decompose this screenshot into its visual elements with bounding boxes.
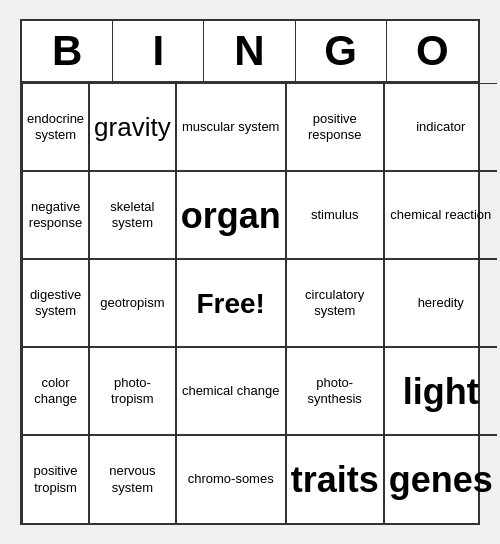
bingo-cell: indicator <box>384 83 497 171</box>
bingo-cell: endocrine system <box>22 83 89 171</box>
cell-text: muscular system <box>182 119 280 135</box>
bingo-cell: color change <box>22 347 89 435</box>
cell-text: stimulus <box>311 207 359 223</box>
bingo-card: BINGO endocrine systemgravitymuscular sy… <box>20 19 480 525</box>
header-letter: O <box>387 21 478 81</box>
cell-text: indicator <box>416 119 465 135</box>
cell-text: color change <box>27 375 84 408</box>
bingo-cell: geotropism <box>89 259 176 347</box>
bingo-cell: light <box>384 347 497 435</box>
bingo-cell: positive response <box>286 83 384 171</box>
bingo-cell: chemical reaction <box>384 171 497 259</box>
header-letter: B <box>22 21 113 81</box>
cell-text: Free! <box>196 286 264 321</box>
header-letter: N <box>204 21 295 81</box>
bingo-grid: endocrine systemgravitymuscular systempo… <box>22 83 478 523</box>
cell-text: chemical reaction <box>390 207 491 223</box>
cell-text: digestive system <box>27 287 84 320</box>
cell-text: photo-synthesis <box>291 375 379 408</box>
header-letter: G <box>296 21 387 81</box>
bingo-cell: negative response <box>22 171 89 259</box>
bingo-cell: photo-synthesis <box>286 347 384 435</box>
cell-text: light <box>403 369 479 414</box>
cell-text: skeletal system <box>94 199 171 232</box>
bingo-cell: chromo-somes <box>176 435 286 523</box>
cell-text: photo-tropism <box>94 375 171 408</box>
bingo-cell: nervous system <box>89 435 176 523</box>
cell-text: nervous system <box>94 463 171 496</box>
cell-text: positive tropism <box>27 463 84 496</box>
cell-text: genes <box>389 457 493 502</box>
bingo-cell: skeletal system <box>89 171 176 259</box>
cell-text: traits <box>291 457 379 502</box>
bingo-cell: circulatory system <box>286 259 384 347</box>
bingo-cell: gravity <box>89 83 176 171</box>
bingo-cell: organ <box>176 171 286 259</box>
bingo-cell: stimulus <box>286 171 384 259</box>
cell-text: gravity <box>94 111 171 144</box>
cell-text: circulatory system <box>291 287 379 320</box>
bingo-cell: positive tropism <box>22 435 89 523</box>
bingo-cell: Free! <box>176 259 286 347</box>
bingo-cell: traits <box>286 435 384 523</box>
bingo-cell: chemical change <box>176 347 286 435</box>
cell-text: heredity <box>418 295 464 311</box>
cell-text: endocrine system <box>27 111 84 144</box>
bingo-cell: photo-tropism <box>89 347 176 435</box>
bingo-cell: genes <box>384 435 497 523</box>
cell-text: chemical change <box>182 383 280 399</box>
header-letter: I <box>113 21 204 81</box>
bingo-cell: heredity <box>384 259 497 347</box>
cell-text: organ <box>181 193 281 238</box>
bingo-cell: digestive system <box>22 259 89 347</box>
cell-text: negative response <box>27 199 84 232</box>
bingo-header: BINGO <box>22 21 478 83</box>
bingo-cell: muscular system <box>176 83 286 171</box>
cell-text: positive response <box>291 111 379 144</box>
cell-text: chromo-somes <box>188 471 274 487</box>
cell-text: geotropism <box>100 295 164 311</box>
